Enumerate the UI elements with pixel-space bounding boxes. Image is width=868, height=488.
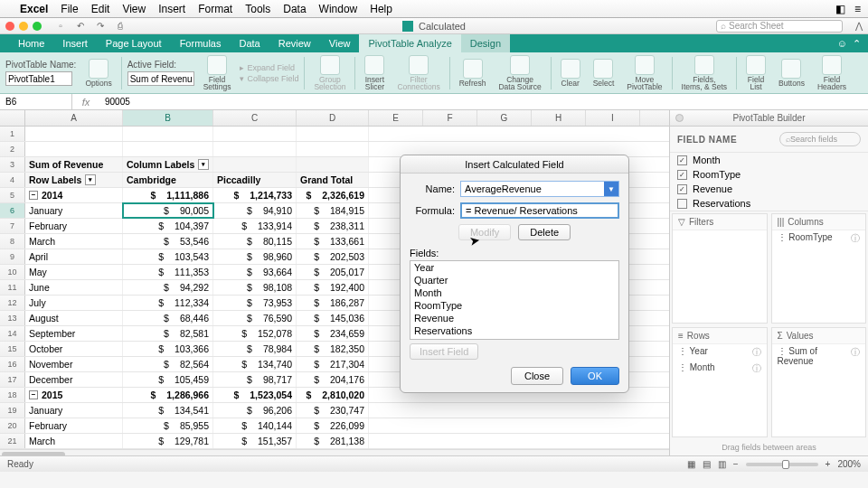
share-icon[interactable]: ⋀ (855, 21, 863, 31)
row-header[interactable]: 4 (0, 173, 25, 187)
cell[interactable]: 204,176 (297, 372, 369, 387)
print-icon[interactable]: ⎙ (114, 20, 127, 33)
delete-button[interactable]: Delete (518, 224, 571, 240)
menu-tools[interactable]: Tools (245, 3, 270, 15)
cell[interactable]: 78,984 (213, 342, 297, 356)
col-header-h[interactable]: H (532, 110, 586, 126)
row-header[interactable]: 12 (0, 296, 25, 310)
cell[interactable]: 94,292 (123, 280, 213, 295)
cell[interactable] (297, 127, 369, 141)
select-button[interactable]: Select (590, 52, 618, 93)
cell[interactable]: 93,664 (213, 265, 297, 279)
cell[interactable]: 184,915 (297, 203, 369, 218)
cell[interactable]: Column Labels ▾ (123, 157, 213, 172)
zoom-slider[interactable] (746, 463, 818, 466)
cell[interactable]: 103,543 (123, 249, 213, 264)
menu-insert[interactable]: Insert (158, 3, 185, 15)
cell[interactable]: 1,214,733 (213, 188, 297, 202)
clear-button[interactable]: Clear (557, 52, 584, 93)
row-header[interactable]: 15 (0, 342, 25, 356)
row-header[interactable]: 20 (0, 418, 25, 433)
menuextra-list-icon[interactable]: ≡ (854, 3, 861, 15)
tab-data[interactable]: Data (230, 34, 269, 52)
close-window-icon[interactable] (5, 22, 14, 31)
cell[interactable]: March (25, 234, 123, 249)
ok-button[interactable]: OK (571, 367, 619, 385)
view-break-icon[interactable]: ▥ (718, 459, 726, 469)
cell[interactable] (123, 142, 213, 156)
cell[interactable]: February (25, 219, 123, 233)
zoom-in-icon[interactable]: + (826, 459, 831, 469)
field-headers-button[interactable]: Field Headers (814, 52, 850, 93)
menu-window[interactable]: Window (319, 3, 358, 15)
cell[interactable]: 2,810,020 (297, 388, 369, 402)
field-row-roomtype[interactable]: ✓RoomType (670, 167, 868, 182)
cell[interactable]: August (25, 311, 123, 325)
rows-item-year[interactable]: ⋮ Yearⓘ (673, 344, 767, 361)
col-header-g[interactable]: G (477, 110, 532, 126)
options-button[interactable]: Options (81, 52, 115, 93)
cell[interactable]: April (25, 249, 123, 264)
tab-formulas[interactable]: Formulas (171, 34, 231, 52)
cell[interactable] (25, 142, 123, 156)
cell[interactable]: 90,005 (123, 203, 213, 218)
cell[interactable]: −2015 (25, 388, 123, 402)
menuextra-icon[interactable]: ◧ (835, 3, 845, 15)
cell[interactable]: 82,564 (123, 357, 213, 371)
field-settings-button[interactable]: Field Settings (200, 52, 235, 93)
field-row-revenue[interactable]: ✓Revenue (670, 182, 868, 196)
field-option[interactable]: Quarter (410, 274, 618, 286)
undo-icon[interactable]: ↶ (74, 20, 87, 33)
row-header[interactable]: 11 (0, 280, 25, 295)
cell[interactable]: March (25, 434, 123, 448)
tab-insert[interactable]: Insert (53, 34, 97, 52)
values-item-sum-revenue[interactable]: ⋮ Sum of Revenueⓘ (772, 344, 866, 368)
col-header-a[interactable]: A (25, 110, 123, 126)
field-option[interactable]: RoomType (410, 299, 618, 312)
cell[interactable]: 98,108 (213, 280, 297, 295)
expand-field-button[interactable]: ▸Expand Field (240, 63, 298, 72)
zoom-window-icon[interactable] (33, 22, 42, 31)
checkbox-icon[interactable] (677, 199, 687, 209)
row-header[interactable]: 2 (0, 142, 25, 156)
active-field-input[interactable] (127, 71, 194, 86)
cell[interactable]: 73,953 (213, 296, 297, 310)
col-header-d[interactable]: D (297, 110, 369, 126)
fields-listbox[interactable]: YearQuarterMonthRoomTypeRevenueReservati… (410, 260, 619, 340)
row-header[interactable]: 10 (0, 265, 25, 279)
cell[interactable]: 182,350 (297, 342, 369, 356)
cell[interactable]: 133,914 (213, 219, 297, 233)
cell[interactable]: Sum of Revenue (25, 157, 123, 172)
cell[interactable]: 202,503 (297, 249, 369, 264)
checkbox-icon[interactable]: ✓ (677, 155, 687, 165)
row-header[interactable]: 16 (0, 357, 25, 371)
menu-help[interactable]: Help (370, 3, 392, 15)
cell[interactable]: 140,144 (213, 418, 297, 433)
view-normal-icon[interactable]: ▦ (687, 459, 695, 469)
cell[interactable] (297, 142, 369, 156)
info-icon[interactable]: ⓘ (851, 232, 860, 245)
row-header[interactable]: 3 (0, 157, 25, 172)
row-header[interactable]: 6 (0, 203, 25, 218)
collapse-ribbon-icon[interactable]: ⌃ (853, 38, 861, 50)
cell[interactable] (213, 142, 297, 156)
cell[interactable] (297, 157, 369, 172)
rows-item-month[interactable]: ⋮ Monthⓘ (673, 361, 767, 377)
cell[interactable]: 98,960 (213, 249, 297, 264)
checkbox-icon[interactable]: ✓ (677, 184, 687, 194)
cell[interactable] (123, 127, 213, 141)
cell[interactable]: February (25, 418, 123, 433)
columns-area[interactable]: |||Columns ⋮ RoomTypeⓘ (771, 213, 867, 324)
rows-area[interactable]: ≡Rows ⋮ Yearⓘ ⋮ Monthⓘ (672, 327, 768, 437)
tab-page-layout[interactable]: Page Layout (97, 34, 171, 52)
cell[interactable]: 1,111,886 (123, 188, 213, 202)
insert-slicer-button[interactable]: Insert Slicer (361, 52, 388, 93)
close-button[interactable]: Close (511, 367, 563, 385)
formula-input[interactable]: = Revenue/ Reservations (460, 202, 619, 219)
minimize-window-icon[interactable] (19, 22, 28, 31)
name-combo[interactable]: AverageRevenue▼ (460, 181, 619, 197)
cell[interactable]: 133,661 (297, 234, 369, 249)
select-all-corner[interactable] (0, 110, 25, 126)
menu-format[interactable]: Format (198, 3, 232, 15)
move-pivottable-button[interactable]: Move PivotTable (623, 52, 665, 93)
